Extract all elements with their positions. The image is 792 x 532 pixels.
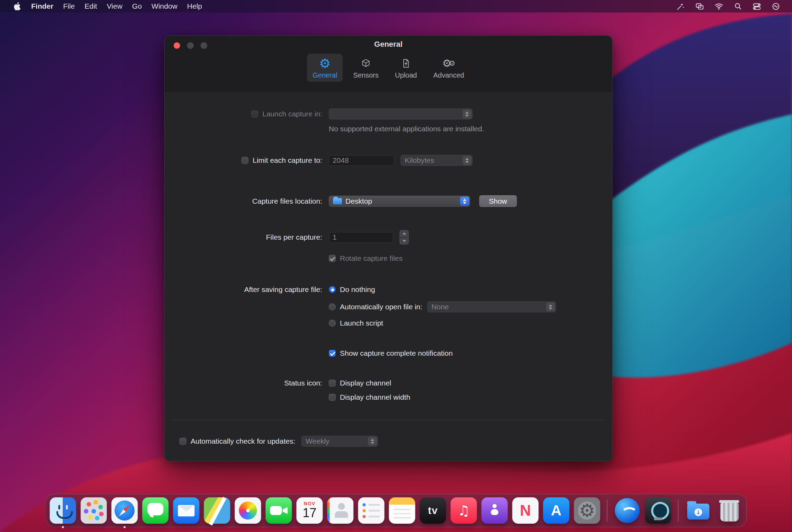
dock-system-preferences-icon[interactable]: [574, 497, 600, 524]
dock-trash-icon[interactable]: [716, 497, 742, 524]
launch-script-row: Launch script: [165, 317, 612, 330]
dock-photos-icon[interactable]: [235, 497, 261, 524]
preferences-toolbar: General Sensors: [165, 54, 612, 82]
dock: NOV 17: [45, 494, 747, 527]
menu-bar-left: Finder File Edit View Go Window Help: [0, 2, 207, 11]
stepper-down-icon[interactable]: [399, 238, 409, 245]
menu-bar: Finder File Edit View Go Window Help: [0, 0, 792, 12]
tab-advanced[interactable]: Advanced: [428, 54, 470, 82]
preferences-content: Launch capture in: No supported external…: [165, 91, 612, 461]
menu-help[interactable]: Help: [182, 2, 207, 10]
dock-dark-app-icon[interactable]: [645, 497, 671, 524]
control-center-icon[interactable]: [753, 2, 761, 11]
launch-script-radio[interactable]: [329, 320, 336, 327]
dock-notes-icon[interactable]: [389, 497, 415, 524]
menu-edit[interactable]: Edit: [80, 2, 102, 10]
dock-maps-icon[interactable]: [204, 497, 230, 524]
menu-file[interactable]: File: [58, 2, 80, 10]
gear-icon: [319, 56, 331, 70]
files-location-label: Capture files location:: [252, 197, 322, 205]
status-icon-label: Status icon:: [284, 379, 322, 387]
tab-sensors-label: Sensors: [353, 71, 378, 79]
tab-upload-label: Upload: [395, 71, 417, 79]
notification-row: Show capture complete notification: [165, 347, 612, 360]
double-gear-icon: [442, 56, 455, 70]
dock-music-icon[interactable]: [451, 497, 477, 524]
limit-capture-checkbox[interactable]: [241, 157, 248, 164]
notification-label: Show capture complete notification: [340, 349, 453, 357]
rotate-files-row: Rotate capture files: [165, 252, 612, 265]
dock-mail-icon[interactable]: [173, 497, 200, 524]
wand-icon[interactable]: [676, 2, 685, 11]
dock-downloads-icon[interactable]: [685, 497, 712, 524]
tab-general-label: General: [313, 71, 337, 79]
tab-general[interactable]: General: [307, 54, 343, 82]
dock-appstore-icon[interactable]: [543, 497, 570, 524]
dock-safari-icon[interactable]: [112, 497, 138, 524]
popup-chevrons-icon: [463, 109, 472, 118]
updates-checkbox[interactable]: [179, 438, 186, 445]
files-per-capture-stepper[interactable]: [399, 230, 409, 245]
screen-mirroring-icon[interactable]: [695, 2, 704, 11]
dock-messages-icon[interactable]: [142, 497, 169, 524]
display-channel-width-checkbox[interactable]: [329, 394, 336, 401]
window-title: General: [165, 40, 612, 49]
dock-blue-app-icon[interactable]: [614, 497, 641, 524]
tab-upload[interactable]: Upload: [389, 54, 423, 82]
window-titlebar[interactable]: General General Sensors: [165, 36, 612, 91]
capture-unit-value: Kilobytes: [405, 156, 434, 165]
menu-go[interactable]: Go: [127, 2, 147, 10]
running-indicator-dot: [124, 526, 126, 528]
menu-app-name[interactable]: Finder: [26, 2, 58, 10]
section-divider: [171, 420, 605, 420]
dock-separator: [678, 499, 679, 522]
launch-capture-row: Launch capture in:: [165, 107, 612, 121]
no-external-apps-note: No supported external applications are i…: [329, 125, 484, 133]
open-file-popup: None: [427, 301, 556, 312]
display-channel-checkbox[interactable]: [329, 380, 336, 387]
files-location-value: Desktop: [345, 197, 372, 205]
dock-news-icon[interactable]: [512, 497, 539, 524]
files-per-capture-field: 1: [329, 232, 393, 243]
preferences-window: General General Sensors: [164, 35, 613, 461]
dock-facetime-icon[interactable]: [266, 497, 292, 524]
menu-window[interactable]: Window: [147, 2, 182, 10]
spotlight-search-icon[interactable]: [734, 2, 742, 10]
cube-icon: [361, 56, 371, 70]
status-icon-row: Status icon: Display channel: [165, 376, 612, 390]
menu-bar-status-area: [676, 2, 792, 11]
popup-chevrons-icon: [546, 302, 555, 311]
notification-checkbox[interactable]: [329, 350, 336, 357]
launch-capture-label: Launch capture in:: [262, 110, 322, 118]
updates-popup: Weekly: [301, 436, 378, 447]
updates-value: Weekly: [306, 437, 329, 445]
dock-contacts-icon[interactable]: [327, 497, 354, 524]
do-nothing-radio[interactable]: [329, 286, 336, 293]
status-icon-row-2: Display channel width: [165, 391, 612, 404]
after-saving-row: After saving capture file: Do nothing: [165, 283, 612, 296]
wifi-icon[interactable]: [714, 2, 723, 11]
files-location-popup[interactable]: Desktop: [329, 196, 470, 207]
display-channel-label: Display channel: [340, 379, 391, 387]
dock-podcasts-icon[interactable]: [482, 497, 508, 524]
apple-menu-icon[interactable]: [8, 2, 26, 11]
stepper-up-icon[interactable]: [399, 230, 409, 238]
show-button[interactable]: Show: [479, 195, 517, 207]
open-file-label: Automatically open file in:: [340, 303, 422, 311]
popup-chevrons-icon: [463, 156, 472, 165]
siri-icon[interactable]: [772, 2, 780, 11]
dock-launchpad-icon[interactable]: [81, 497, 107, 524]
updates-label: Automatically check for updates:: [191, 437, 295, 445]
open-file-radio[interactable]: [329, 303, 336, 310]
calendar-day: 17: [302, 506, 316, 520]
menu-view[interactable]: View: [102, 2, 127, 10]
dock-reminders-icon[interactable]: [358, 497, 385, 524]
open-file-value: None: [431, 303, 449, 311]
capture-size-field: 2048: [329, 155, 394, 166]
tab-sensors[interactable]: Sensors: [347, 54, 384, 82]
dock-finder-icon[interactable]: [50, 497, 76, 524]
dock-tv-icon[interactable]: [420, 497, 446, 524]
dock-calendar-icon[interactable]: NOV 17: [297, 497, 323, 524]
tab-advanced-label: Advanced: [433, 71, 464, 79]
launch-capture-checkbox: [251, 110, 258, 117]
